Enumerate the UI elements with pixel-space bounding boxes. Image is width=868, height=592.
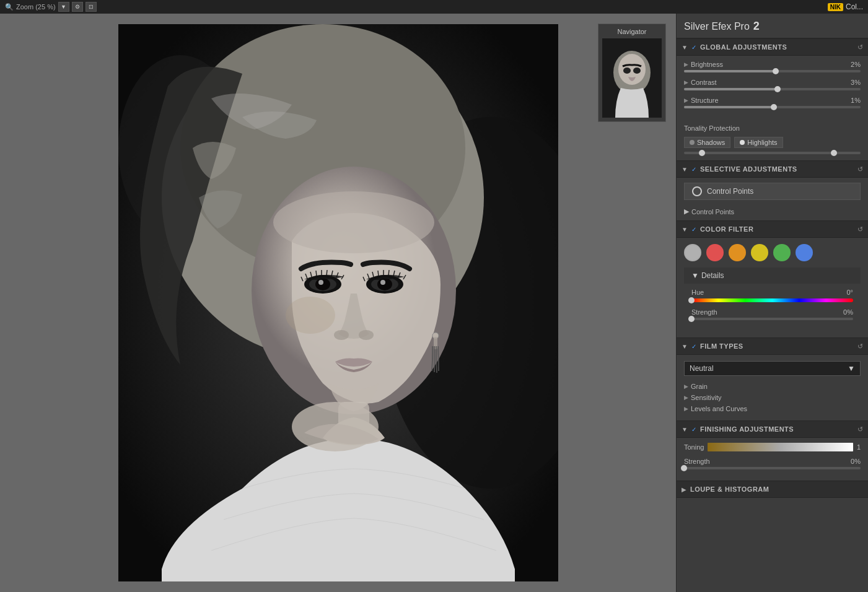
canvas-area: Navigator bbox=[0, 14, 676, 592]
toning-value: 1 bbox=[857, 443, 861, 451]
reset-icon[interactable]: ↺ bbox=[857, 225, 863, 233]
svg-point-14 bbox=[380, 280, 385, 285]
global-adjustments-content: ▶ Brightness 2% ▶ Contrast 3% bbox=[677, 56, 868, 120]
brightness-fill bbox=[684, 70, 776, 72]
control-points-btn-label: Control Points bbox=[707, 187, 753, 196]
svg-point-16 bbox=[359, 330, 374, 340]
shadows-label: Shadows bbox=[697, 139, 725, 146]
check-icon: ✓ bbox=[691, 343, 696, 350]
tonality-slider[interactable] bbox=[684, 152, 861, 154]
contrast-thumb[interactable] bbox=[774, 86, 781, 92]
svg-point-13 bbox=[377, 278, 392, 290]
contrast-slider[interactable] bbox=[684, 88, 861, 90]
control-points-sub: ▶ Control Points bbox=[677, 205, 868, 220]
reset-icon[interactable]: ↺ bbox=[857, 165, 863, 173]
details-header[interactable]: ▼ Details bbox=[684, 268, 861, 284]
hue-row: Hue 0° bbox=[691, 289, 853, 302]
brightness-slider[interactable] bbox=[684, 70, 861, 72]
chevron-down-icon: ▼ bbox=[682, 44, 688, 51]
film-type-dropdown[interactable]: Neutral ▼ bbox=[684, 361, 861, 376]
highlights-dot bbox=[740, 140, 745, 145]
finishing-strength-slider[interactable] bbox=[684, 467, 861, 469]
swatch-neutral[interactable] bbox=[684, 244, 701, 261]
finishing-strength-thumb[interactable] bbox=[681, 465, 687, 471]
expand-arrow-icon: ▶ bbox=[684, 383, 688, 390]
finishing-adjustments-header[interactable]: ▼ ✓ FINISHING ADJUSTMENTS ↺ bbox=[677, 420, 868, 438]
structure-fill bbox=[684, 106, 774, 108]
filter-strength-slider[interactable] bbox=[691, 318, 853, 320]
brightness-value: 2% bbox=[851, 61, 861, 68]
loupe-histogram-header[interactable]: ▶ LOUPE & HISTOGRAM bbox=[677, 481, 868, 498]
highlights-btn[interactable]: Highlights bbox=[734, 137, 783, 148]
zoom-settings-btn[interactable]: ⚙ bbox=[72, 2, 83, 12]
toning-row: Toning 1 bbox=[684, 443, 861, 451]
global-adjustments-label: GLOBAL ADJUSTMENTS bbox=[700, 43, 855, 51]
structure-value: 1% bbox=[851, 97, 861, 104]
structure-slider[interactable] bbox=[684, 106, 861, 108]
loupe-label: LOUPE & HISTOGRAM bbox=[690, 485, 863, 493]
global-adjustments-header[interactable]: ▼ ✓ GLOBAL ADJUSTMENTS ↺ bbox=[677, 38, 868, 56]
svg-point-10 bbox=[318, 280, 323, 285]
swatch-orange[interactable] bbox=[729, 244, 746, 261]
finishing-strength-value: 0% bbox=[851, 458, 861, 465]
svg-point-17 bbox=[286, 297, 335, 334]
filter-strength-label: Strength bbox=[691, 308, 717, 316]
zoom-down-btn[interactable]: ▼ bbox=[58, 2, 69, 12]
selective-adjustments-header[interactable]: ▼ ✓ SELECTIVE ADJUSTMENTS ↺ bbox=[677, 160, 868, 178]
shadows-btn[interactable]: Shadows bbox=[684, 137, 730, 148]
brightness-label[interactable]: ▶ Brightness bbox=[684, 61, 723, 68]
right-panel: Silver Efex Pro 2 ▼ ✓ GLOBAL ADJUSTMENTS… bbox=[676, 14, 868, 592]
swatch-blue[interactable] bbox=[796, 244, 813, 261]
film-type-selected: Neutral bbox=[690, 364, 714, 373]
filter-strength-thumb[interactable] bbox=[688, 316, 695, 322]
hue-thumb[interactable] bbox=[688, 297, 695, 303]
magnify-icon: 🔍 bbox=[5, 3, 14, 11]
finishing-strength-label: Strength bbox=[684, 458, 710, 465]
nik-badge: NIK bbox=[828, 3, 843, 11]
add-control-point-btn[interactable]: Control Points bbox=[684, 183, 861, 200]
dropdown-arrow-icon: ▼ bbox=[848, 364, 855, 373]
film-types-content: Neutral ▼ ▶ Grain ▶ Sensitivity ▶ Levels… bbox=[677, 355, 868, 420]
hue-value: 0° bbox=[846, 289, 853, 296]
contrast-label[interactable]: ▶ Contrast bbox=[684, 79, 717, 86]
swatch-green[interactable] bbox=[773, 244, 791, 261]
zoom-label: Zoom (25 %) bbox=[16, 3, 56, 11]
svg-point-26 bbox=[633, 67, 641, 74]
swatch-yellow[interactable] bbox=[751, 244, 768, 261]
control-points-sub-row[interactable]: ▶ Control Points bbox=[684, 207, 861, 215]
expand-arrow-icon: ▶ bbox=[684, 79, 688, 85]
structure-row: ▶ Structure 1% bbox=[684, 97, 861, 108]
check-icon: ✓ bbox=[691, 44, 696, 51]
grain-row[interactable]: ▶ Grain bbox=[684, 381, 861, 392]
svg-point-6 bbox=[273, 191, 434, 253]
reset-icon[interactable]: ↺ bbox=[857, 425, 863, 433]
expand-arrow-icon: ▶ bbox=[684, 97, 688, 103]
color-filter-label: COLOR FILTER bbox=[700, 225, 855, 233]
swatch-red[interactable] bbox=[706, 244, 724, 261]
col-label: Col... bbox=[846, 2, 863, 11]
reset-icon[interactable]: ↺ bbox=[857, 43, 863, 51]
toning-label: Toning bbox=[684, 443, 704, 451]
contrast-fill bbox=[684, 88, 778, 90]
reset-icon[interactable]: ↺ bbox=[857, 342, 863, 350]
film-types-header[interactable]: ▼ ✓ FILM TYPES ↺ bbox=[677, 337, 868, 355]
chevron-down-icon: ▼ bbox=[691, 271, 699, 280]
details-label: Details bbox=[701, 271, 724, 280]
svg-point-9 bbox=[315, 278, 330, 290]
chevron-down-icon: ▼ bbox=[682, 426, 688, 433]
navigator-thumbnail bbox=[602, 38, 662, 118]
check-icon: ✓ bbox=[691, 166, 696, 173]
sensitivity-row[interactable]: ▶ Sensitivity bbox=[684, 392, 861, 403]
brightness-thumb[interactable] bbox=[773, 68, 779, 74]
toning-bar[interactable] bbox=[708, 443, 853, 451]
shadows-dot bbox=[690, 140, 695, 145]
color-swatches bbox=[684, 244, 861, 261]
levels-curves-row[interactable]: ▶ Levels and Curves bbox=[684, 403, 861, 414]
structure-thumb[interactable] bbox=[771, 104, 777, 110]
zoom-fit-btn[interactable]: ⊡ bbox=[85, 2, 97, 12]
tonality-thumb-right[interactable] bbox=[831, 150, 837, 156]
color-filter-header[interactable]: ▼ ✓ COLOR FILTER ↺ bbox=[677, 220, 868, 238]
hue-slider[interactable] bbox=[691, 298, 853, 302]
structure-label[interactable]: ▶ Structure bbox=[684, 97, 719, 104]
tonality-thumb-left[interactable] bbox=[699, 150, 705, 156]
